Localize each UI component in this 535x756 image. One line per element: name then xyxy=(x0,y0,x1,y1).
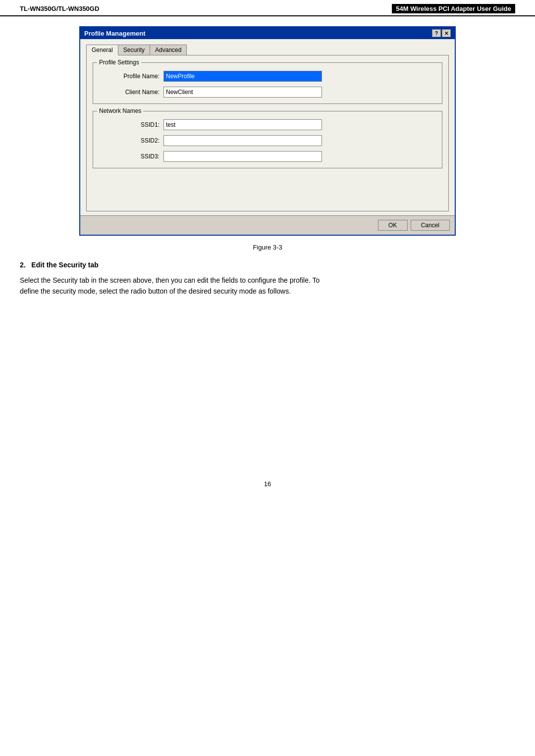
client-name-row: Client Name: xyxy=(100,87,435,98)
page-header: TL-WN350G/TL-WN350GD 54M Wireless PCI Ad… xyxy=(0,0,535,16)
cancel-button[interactable]: Cancel xyxy=(411,220,450,231)
dialog-footer: OK Cancel xyxy=(80,215,455,235)
client-name-label: Client Name: xyxy=(100,89,160,96)
section-heading: 2. Edit the Security tab xyxy=(20,261,515,269)
close-button[interactable]: ✕ xyxy=(442,29,451,37)
ssid3-input[interactable] xyxy=(163,151,322,162)
body-text-2: define the security mode, select the rad… xyxy=(20,286,515,297)
tab-security[interactable]: Security xyxy=(118,45,150,55)
profile-settings-legend: Profile Settings xyxy=(97,59,141,66)
profile-name-row: Profile Name: xyxy=(100,71,435,82)
network-names-group: Network Names SSID1: SSID2: SSID3: xyxy=(93,111,442,168)
titlebar-buttons: ? ✕ xyxy=(432,29,451,37)
network-names-legend: Network Names xyxy=(97,107,143,114)
ssid3-label: SSID3: xyxy=(100,153,160,160)
model-number: TL-WN350G/TL-WN350GD xyxy=(20,5,99,12)
body-text-1: Select the Security tab in the screen ab… xyxy=(20,275,515,286)
tab-content: Profile Settings Profile Name: Client Na… xyxy=(86,55,449,211)
ssid2-label: SSID2: xyxy=(100,137,160,144)
dialog-window: Profile Management ? ✕ General Security … xyxy=(79,26,456,236)
profile-name-label: Profile Name: xyxy=(100,73,160,80)
ssid1-row: SSID1: xyxy=(100,119,435,130)
help-button[interactable]: ? xyxy=(432,29,441,37)
tabs-row: General Security Advanced xyxy=(86,44,449,55)
ok-button[interactable]: OK xyxy=(378,220,408,231)
page-content: Profile Management ? ✕ General Security … xyxy=(0,26,535,297)
dialog-titlebar: Profile Management ? ✕ xyxy=(80,27,455,39)
ssid3-row: SSID3: xyxy=(100,151,435,162)
ssid1-label: SSID1: xyxy=(100,121,160,128)
ssid2-input[interactable] xyxy=(163,135,322,146)
ssid1-input[interactable] xyxy=(163,119,322,130)
page-number: 16 xyxy=(0,480,535,488)
spacer xyxy=(93,175,442,205)
document-title: 54M Wireless PCI Adapter User Guide xyxy=(392,4,515,13)
ssid2-row: SSID2: xyxy=(100,135,435,146)
profile-settings-group: Profile Settings Profile Name: Client Na… xyxy=(93,62,442,104)
tab-advanced[interactable]: Advanced xyxy=(150,45,187,55)
client-name-input[interactable] xyxy=(163,87,322,98)
dialog-title: Profile Management xyxy=(84,30,146,37)
tab-general[interactable]: General xyxy=(86,45,118,55)
profile-name-input[interactable] xyxy=(163,71,322,82)
dialog-body: General Security Advanced Profile Settin… xyxy=(80,39,455,215)
figure-caption: Figure 3-3 xyxy=(20,244,515,251)
